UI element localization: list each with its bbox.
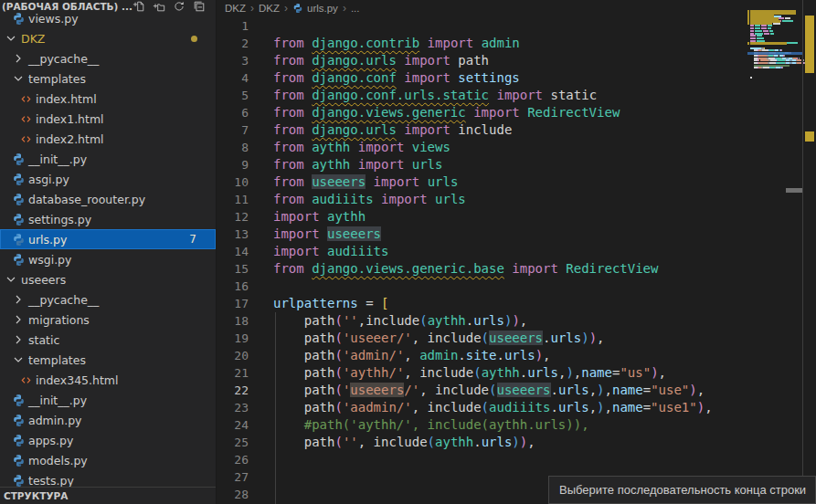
minimap[interactable] <box>747 0 802 504</box>
code-token <box>350 157 357 172</box>
code-token: = <box>643 400 651 415</box>
tree-item-label: __init__.py <box>28 152 87 166</box>
code-line-5[interactable]: 5from django.conf.urls.static import sta… <box>217 87 816 104</box>
minimap-line <box>755 27 759 29</box>
minimap-gutter-warning <box>747 22 749 25</box>
code-token <box>273 400 304 415</box>
code-line-11[interactable]: 11from audiiits import urls <box>217 191 816 208</box>
code-token: ( <box>482 331 489 345</box>
tree-folder-__pycache__[interactable]: __pycache__ <box>0 48 216 68</box>
code-token: from <box>273 192 304 206</box>
tree-file-urls.py[interactable]: urls.py7 <box>0 229 216 249</box>
code-line-16[interactable]: 16 <box>217 278 816 295</box>
breadcrumb-item[interactable]: DKZ <box>259 3 280 14</box>
code-token: aythh <box>312 140 350 154</box>
tree-folder-static[interactable]: static <box>0 330 216 350</box>
code-token: . <box>550 400 557 415</box>
minimap-line <box>799 58 800 59</box>
code-token: urls <box>551 331 582 345</box>
code-line-6[interactable]: 6from django.views.generic import Redire… <box>217 104 816 121</box>
outline-section-header[interactable]: СТРУКТУРА <box>0 487 216 504</box>
code-line-21[interactable]: 21 path('aythh/', include(aythh.urls,),n… <box>217 364 816 382</box>
code-token: , <box>412 400 428 415</box>
tree-item-label: index1.html <box>36 112 104 126</box>
code-line-20[interactable]: 20 path('admin/', admin.site.urls), <box>217 347 816 364</box>
tree-file-models.py[interactable]: models.py <box>0 450 216 470</box>
collapse-all-icon[interactable] <box>193 0 206 13</box>
code-line-15[interactable]: 15from django.views.generic.base import … <box>217 260 816 278</box>
python-icon <box>12 454 26 467</box>
explorer-section-header[interactable]: (РАБОЧАЯ ОБЛАСТЬ) ... <box>0 0 216 13</box>
code-line-12[interactable]: 12import aythh <box>217 208 816 226</box>
line-number: 10 <box>217 173 249 191</box>
code-line-7[interactable]: 7from django.urls import include <box>217 121 816 139</box>
python-icon <box>12 394 26 407</box>
code-token: include <box>374 435 428 449</box>
minimap-line <box>768 27 771 29</box>
breadcrumb[interactable]: DKZ›DKZ› urls.py›... <box>217 0 816 16</box>
code-token: include <box>419 365 473 380</box>
code-line-18[interactable]: 18 path('',include(aythh.urls)), <box>217 312 816 330</box>
code-line-2[interactable]: 2from django.contrib import admin <box>217 35 816 52</box>
code-token: . <box>466 313 473 328</box>
breadcrumb-item[interactable]: DKZ <box>225 3 246 14</box>
code-line-25[interactable]: 25 path('', include(aythh.urls)), <box>217 434 816 451</box>
line-number: 26 <box>217 451 249 468</box>
breadcrumb-item[interactable]: urls.py <box>307 3 338 14</box>
tree-file-database_roouter.py[interactable]: database_roouter.py <box>0 189 216 209</box>
breadcrumb-separator: › <box>284 2 288 15</box>
code-token: '' <box>343 313 358 328</box>
python-icon <box>292 3 303 14</box>
tree-file-index2.html[interactable]: index2.html <box>0 129 216 149</box>
line-number: 9 <box>217 156 249 173</box>
code-line-10[interactable]: 10from useeers import urls <box>217 173 816 191</box>
tree-file-admin.py[interactable]: admin.py <box>0 410 216 430</box>
code-line-13[interactable]: 13import useeers <box>217 226 816 243</box>
tree-file-__init__.py[interactable]: __init__.py <box>0 390 216 410</box>
code-line-8[interactable]: 8from aythh import views <box>217 139 816 156</box>
code-line-23[interactable]: 23 path('aadmin/', include(audiiits.urls… <box>217 399 816 416</box>
code-area[interactable]: 12from django.contrib import admin3from … <box>217 17 816 503</box>
code-line-17[interactable]: 17urlpatterns = [ <box>217 295 816 312</box>
code-line-14[interactable]: 14import audiiits <box>217 243 816 260</box>
python-icon <box>12 434 26 447</box>
tree-file-asgi.py[interactable]: asgi.py <box>0 169 216 189</box>
line-number: 22 <box>217 382 249 399</box>
code-line-1[interactable]: 1 <box>217 17 816 35</box>
tree-folder-migrations[interactable]: migrations <box>0 310 216 330</box>
code-line-24[interactable]: 24 #path('aythh/', include(aythh.urls)), <box>217 416 816 434</box>
code-token: , <box>659 365 666 380</box>
tree-folder-DKZ[interactable]: DKZ <box>0 28 216 48</box>
tree-folder-templates[interactable]: templates <box>0 68 216 89</box>
tree-file-wsgi.py[interactable]: wsgi.py <box>0 249 216 269</box>
minimap-line <box>773 23 779 25</box>
new-folder-icon[interactable] <box>153 0 165 13</box>
tree-item-label: __init__.py <box>28 394 87 407</box>
tree-file-index1.html[interactable]: index1.html <box>0 109 216 129</box>
code-token <box>273 365 304 380</box>
refresh-icon[interactable] <box>173 0 185 13</box>
new-file-icon[interactable] <box>132 0 145 13</box>
tree-file-__init__.py[interactable]: __init__.py <box>0 149 216 169</box>
line-number: 15 <box>217 260 249 278</box>
minimap-warning-highlight <box>750 22 772 25</box>
line-number: 16 <box>217 278 249 295</box>
tree-folder-templates[interactable]: templates <box>0 350 216 370</box>
code-line-9[interactable]: 9from aythh import urls <box>217 156 816 173</box>
tree-file-apps.py[interactable]: apps.py <box>0 430 216 450</box>
tree-file-index.html[interactable]: index.html <box>0 89 216 109</box>
tree-file-settings.py[interactable]: settings.py <box>0 209 216 229</box>
code-line-3[interactable]: 3from django.urls import path <box>217 52 816 69</box>
chevron-right-icon <box>11 292 26 307</box>
code-line-22[interactable]: 22 path('useeers/', include(useeers.urls… <box>217 382 816 399</box>
code-line-26[interactable]: 26 <box>217 451 816 468</box>
tree-file-index345.html[interactable]: index345.html <box>0 370 216 390</box>
code-token: , <box>697 383 705 397</box>
tree-folder-useeers[interactable]: useeers <box>0 269 216 289</box>
code-line-4[interactable]: 4from django.conf import settings <box>217 69 816 87</box>
code-token: include <box>458 122 512 137</box>
code-line-19[interactable]: 19 path('useeer/', include(useeers.urls)… <box>217 330 816 347</box>
breadcrumb-item[interactable]: ... <box>351 3 360 14</box>
code-token: path <box>304 313 335 328</box>
tree-folder-__pycache__[interactable]: __pycache__ <box>0 289 216 310</box>
